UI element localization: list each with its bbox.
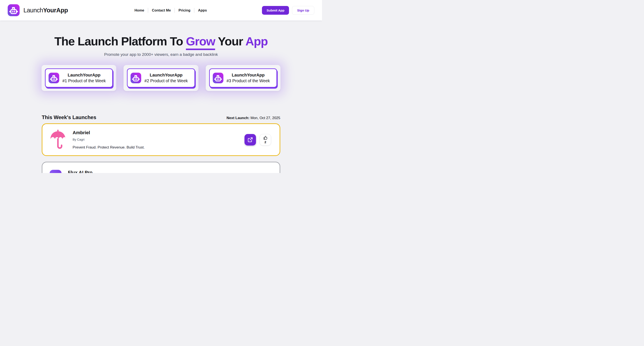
nav-item-contact[interactable]: Contact Me xyxy=(148,7,174,14)
badge-2-text: LaunchYourApp #2 Product of the Week xyxy=(144,73,188,83)
robot-logo-icon xyxy=(130,73,141,83)
badge-card-2: LaunchYourApp #2 Product of the Week xyxy=(124,65,198,91)
weekly-launches-section: This Week's Launches Next Launch: Mon, O… xyxy=(42,114,280,173)
launch-title: Flux AI Pro xyxy=(68,170,92,173)
badge-rank-line: #1 Product of the Week xyxy=(62,78,106,83)
launch-card-flux[interactable]: Flux AI Pro xyxy=(42,162,280,173)
badge-1[interactable]: LaunchYourApp #1 Product of the Week xyxy=(45,68,113,88)
external-link-icon xyxy=(248,137,253,143)
badge-app-name: LaunchYourApp xyxy=(144,73,188,78)
launch-description: Prevent Fraud. Protect Revenue. Build Tr… xyxy=(72,145,144,150)
robot-logo-icon xyxy=(213,73,224,83)
brand-name: LaunchYourApp xyxy=(24,7,68,14)
open-app-button[interactable] xyxy=(244,134,256,146)
nav-item-pricing[interactable]: Pricing xyxy=(175,7,194,14)
launches-header-row: This Week's Launches Next Launch: Mon, O… xyxy=(42,114,280,120)
brand-name-regular: Launch xyxy=(24,7,43,14)
launch-card-ambriel[interactable]: Ambriel By Cagri Prevent Fraud. Protect … xyxy=(42,123,280,156)
badge-3[interactable]: LaunchYourApp #3 Product of the Week xyxy=(209,68,277,88)
brand-name-bold: YourApp xyxy=(43,7,68,14)
next-launch-label: Next Launch: xyxy=(226,116,250,120)
thumbs-up-icon xyxy=(263,136,268,140)
submit-app-button[interactable]: Submit App xyxy=(262,6,289,15)
hero-title-part1: The Launch Platform To xyxy=(54,35,186,48)
nav-item-home[interactable]: Home xyxy=(131,7,148,14)
badge-app-name: LaunchYourApp xyxy=(62,73,106,78)
hero-title-grow: Grow xyxy=(186,35,215,50)
launches-heading: This Week's Launches xyxy=(42,114,96,120)
badge-rank-line: #3 Product of the Week xyxy=(226,78,270,83)
badge-row: LaunchYourApp #1 Product of the Week Lau… xyxy=(42,65,280,91)
launch-title: Ambriel xyxy=(72,130,144,136)
hero-subtitle: Promote your app to 2000+ viewers, earn … xyxy=(0,52,322,57)
robot-logo-icon xyxy=(8,4,20,16)
badge-card-3: LaunchYourApp #3 Product of the Week xyxy=(206,65,280,91)
badge-3-text: LaunchYourApp #3 Product of the Week xyxy=(226,73,270,83)
hero-title-part2: Your xyxy=(215,35,245,48)
badge-2[interactable]: LaunchYourApp #2 Product of the Week xyxy=(127,68,195,88)
badge-rank-line: #2 Product of the Week xyxy=(144,78,188,83)
flux-logo xyxy=(50,170,62,173)
robot-logo-icon xyxy=(48,73,59,83)
launch-actions: 2 xyxy=(244,134,271,146)
hero-title-app: App xyxy=(246,35,268,48)
hero-title: The Launch Platform To Grow Your App xyxy=(0,35,322,48)
top-navigation-bar: LaunchYourApp Home Contact Me Pricing Ap… xyxy=(0,0,322,21)
nav-item-apps[interactable]: Apps xyxy=(194,7,210,14)
brand[interactable]: LaunchYourApp xyxy=(8,4,68,16)
sign-up-button[interactable]: Sign Up xyxy=(292,6,314,15)
upvote-button[interactable]: 2 xyxy=(260,134,271,146)
main-nav: Home Contact Me Pricing Apps xyxy=(131,7,210,14)
launch-info: Ambriel By Cagri Prevent Fraud. Protect … xyxy=(72,130,144,150)
next-launch-info: Next Launch: Mon, Oct 27, 2025 xyxy=(226,116,280,120)
badge-app-name: LaunchYourApp xyxy=(226,73,270,78)
launch-author: By Cagri xyxy=(72,138,144,141)
header-actions: Submit App Sign Up xyxy=(262,6,314,15)
badge-1-text: LaunchYourApp #1 Product of the Week xyxy=(62,73,106,83)
next-launch-date: Mon, Oct 27, 2025 xyxy=(250,116,280,120)
badge-card-1: LaunchYourApp #1 Product of the Week xyxy=(42,65,116,91)
launch-info: Flux AI Pro xyxy=(68,170,92,173)
umbrella-icon xyxy=(50,129,66,150)
hero-section: The Launch Platform To Grow Your App Pro… xyxy=(0,21,322,91)
vote-count: 2 xyxy=(264,140,266,144)
